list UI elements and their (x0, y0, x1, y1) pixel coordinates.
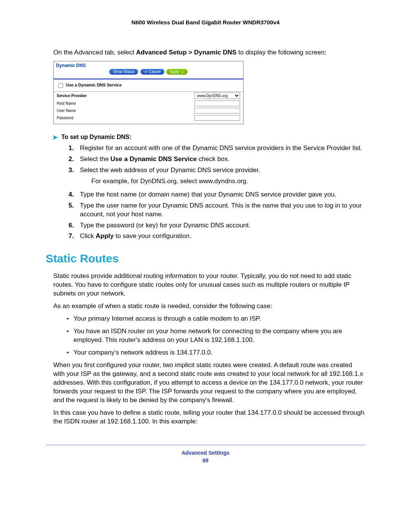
static-para-4: In this case you have to define a static… (53, 409, 365, 426)
document-page: N600 Wireless Dual Band Gigabit Router W… (0, 0, 411, 532)
bullet-text: You have an ISDN router on your home net… (73, 327, 365, 345)
step-number: 5. (68, 201, 77, 219)
step-item: 4. Type the host name (or domain name) t… (68, 190, 365, 199)
bullet-text: Your company's network address is 134.17… (73, 348, 365, 357)
service-provider-label: Service Provider (57, 94, 102, 98)
step-number: 3. (68, 166, 77, 188)
step-text: Select the Use a Dynamic DNS Service che… (80, 155, 365, 164)
chevron-right-icon: ➤ (53, 134, 57, 141)
intro-post: to display the following screen: (236, 49, 326, 56)
list-item: • You have an ISDN router on your home n… (67, 327, 365, 345)
steps-list: 1. Register for an account with one of t… (46, 144, 365, 241)
use-service-label: Use a Dynamic DNS Service (66, 83, 122, 87)
step-text: Type the user name for your Dynamic DNS … (80, 201, 365, 219)
apply-button[interactable]: Apply (166, 69, 188, 75)
panel-button-row: Show Status Cancel Apply (56, 68, 241, 76)
page-footer: Advanced Settings 89 (46, 450, 365, 463)
howto-heading: To set up Dynamic DNS: (61, 134, 132, 141)
section-heading-static-routes: Static Routes (46, 252, 365, 265)
static-para-3: When you first configured your router, t… (53, 361, 365, 405)
step-item: 6. Type the password (or key) for your D… (68, 221, 365, 230)
step-number: 1. (68, 144, 77, 153)
step-number: 2. (68, 155, 77, 164)
step-number: 4. (68, 190, 77, 199)
panel-title: Dynamic DNS (56, 63, 241, 68)
intro-pre: On the Advanced tab, select (53, 49, 136, 56)
user-name-input[interactable] (194, 108, 240, 113)
static-para-1: Static routes provide additional routing… (53, 272, 365, 298)
host-name-label: Host Name (57, 101, 102, 105)
use-service-row: Use a Dynamic DNS Service (54, 80, 243, 92)
password-input[interactable] (194, 115, 240, 121)
step-item: 7. Click Apply to save your configuratio… (68, 232, 365, 241)
step-subnote: For example, for DynDNS.org, select www.… (91, 177, 365, 186)
service-provider-select[interactable]: www.DynDNS.org (194, 93, 240, 99)
bullet-text: Your primary Internet access is through … (73, 315, 365, 323)
dynamic-dns-panel: Dynamic DNS Show Status Cancel Apply Use… (53, 61, 244, 124)
howto-heading-row: ➤ To set up Dynamic DNS: (53, 134, 365, 141)
page-title: N600 Wireless Dual Band Gigabit Router W… (46, 19, 365, 26)
step-item: 5. Type the user name for your Dynamic D… (68, 201, 365, 219)
use-service-checkbox[interactable] (58, 83, 63, 88)
step-text: Click Apply to save your configuration. (80, 232, 365, 241)
bullet-icon: • (67, 327, 69, 345)
service-provider-row: Service Provider www.DynDNS.org (54, 92, 243, 100)
user-name-label: User Name (57, 109, 102, 113)
step-item: 2. Select the Use a Dynamic DNS Service … (68, 155, 365, 164)
host-name-row: Host Name (54, 100, 243, 107)
step-text: Register for an account with one of the … (80, 144, 365, 153)
show-status-button[interactable]: Show Status (109, 69, 138, 75)
host-name-input[interactable] (194, 101, 240, 106)
step-item: 1. Register for an account with one of t… (68, 144, 365, 153)
list-item: • Your primary Internet access is throug… (67, 315, 365, 323)
password-label: Password (57, 116, 102, 120)
static-para-2: As an example of when a static route is … (53, 302, 365, 311)
footer-section-name: Advanced Settings (46, 450, 365, 456)
footer-rule (46, 445, 365, 445)
step-number: 6. (68, 221, 77, 230)
static-bullet-list: • Your primary Internet access is throug… (67, 315, 365, 357)
step-text: Select the web address of your Dynamic D… (80, 166, 365, 188)
cancel-button[interactable]: Cancel (140, 69, 164, 75)
list-item: • Your company's network address is 134.… (67, 348, 365, 357)
bullet-icon: • (67, 315, 69, 323)
user-name-row: User Name (54, 107, 243, 114)
step-text: Type the password (or key) for your Dyna… (80, 221, 365, 230)
step-number: 7. (68, 232, 77, 241)
password-row: Password (54, 114, 243, 121)
intro-paragraph: On the Advanced tab, select Advanced Set… (53, 48, 365, 57)
footer-page-number: 89 (46, 457, 365, 463)
step-item: 3. Select the web address of your Dynami… (68, 166, 365, 188)
bullet-icon: • (67, 348, 69, 357)
intro-bold: Advanced Setup > Dynamic DNS (136, 49, 236, 56)
step-text: Type the host name (or domain name) that… (80, 190, 365, 199)
